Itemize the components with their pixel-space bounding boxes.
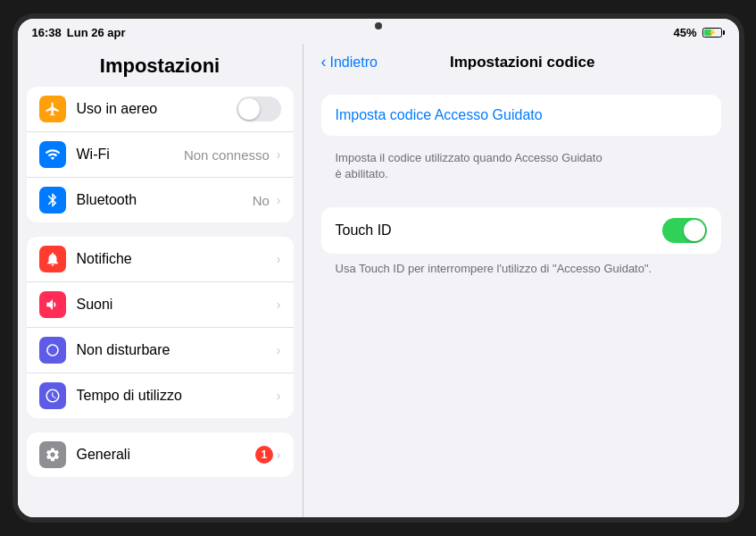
touch-id-row: Touch ID (321, 207, 721, 254)
back-label: Indietro (330, 54, 378, 71)
settings-item-tempo[interactable]: Tempo di utilizzo › (27, 373, 294, 418)
settings-panel: Impostazioni Uso in aereo (18, 44, 303, 517)
settings-group-connectivity: Uso in aereo Wi-Fi Non connesso › (27, 87, 294, 222)
notifiche-label: Notifiche (77, 251, 273, 267)
settings-item-bluetooth[interactable]: Bluetooth No › (27, 178, 294, 222)
main-action-description: Imposta il codice utilizzato quando Acce… (321, 143, 721, 193)
settings-group-system: Generali 1 › (27, 432, 294, 477)
bluetooth-icon (39, 187, 66, 214)
wifi-icon (39, 141, 66, 168)
bluetooth-label: Bluetooth (77, 192, 253, 208)
settings-item-nondisturbare[interactable]: Non disturbare › (27, 328, 294, 373)
back-button[interactable]: ‹ Indietro (321, 53, 378, 71)
generali-icon (39, 441, 66, 468)
notifiche-icon (39, 246, 66, 272)
detail-content: Imposta codice Accesso Guidato Imposta i… (303, 80, 739, 517)
suoni-label: Suoni (77, 297, 273, 313)
settings-item-generali[interactable]: Generali 1 › (27, 432, 294, 477)
ipad-screen: 16:38 Lun 26 apr 45% ⚡ Impostazioni (18, 19, 739, 517)
touch-id-card: Touch ID (321, 207, 721, 254)
generali-label: Generali (77, 447, 255, 463)
airplane-icon (39, 96, 66, 122)
wifi-value: Non connesso (184, 147, 270, 163)
suoni-icon (39, 291, 66, 318)
battery-percent: 45% (673, 26, 696, 39)
nondisturbare-icon (39, 337, 66, 364)
status-right: 45% ⚡ (673, 26, 724, 39)
toggle-knob (684, 220, 705, 241)
main-action-item[interactable]: Imposta codice Accesso Guidato (321, 95, 721, 136)
nondisturbare-label: Non disturbare (77, 342, 273, 358)
bluetooth-value: No (253, 193, 270, 208)
battery-icon: ⚡ (702, 28, 725, 38)
touch-id-description: Usa Touch ID per interrompere l'utilizzo… (321, 254, 721, 288)
main-action-desc-line1: Imposta il codice utilizzato quando Acce… (336, 151, 602, 164)
content-area: Impostazioni Uso in aereo (18, 44, 739, 517)
status-time: 16:38 (32, 26, 62, 39)
main-action-link: Imposta codice Accesso Guidato (336, 107, 543, 123)
suoni-chevron: › (277, 297, 281, 312)
main-action-desc-line2: è abilitato. (336, 167, 388, 180)
settings-item-suoni[interactable]: Suoni › (27, 282, 294, 328)
aereo-toggle[interactable] (237, 96, 281, 121)
settings-item-notifiche[interactable]: Notifiche › (27, 237, 294, 282)
touch-id-label: Touch ID (336, 222, 662, 239)
touch-id-section: Touch ID Usa Touch ID per interrompere l… (321, 207, 721, 288)
aereo-label: Uso in aereo (77, 101, 237, 117)
generali-badge: 1 (255, 446, 273, 464)
status-date: Lun 26 apr (67, 26, 126, 39)
tempo-label: Tempo di utilizzo (77, 388, 273, 404)
detail-panel: ‹ Indietro Impostazioni codice Imposta c… (303, 44, 739, 517)
settings-item-aereo[interactable]: Uso in aereo (27, 87, 294, 132)
wifi-label: Wi-Fi (77, 147, 184, 163)
generali-chevron: › (277, 448, 281, 462)
bluetooth-chevron: › (277, 193, 281, 207)
wifi-chevron: › (277, 147, 281, 162)
detail-header: ‹ Indietro Impostazioni codice (303, 44, 739, 80)
front-camera (375, 22, 382, 29)
notifiche-chevron: › (277, 252, 281, 266)
settings-item-wifi[interactable]: Wi-Fi Non connesso › (27, 132, 294, 178)
nondisturbare-chevron: › (277, 343, 281, 357)
tempo-icon (39, 382, 66, 409)
detail-page-title: Impostazioni codice (378, 54, 668, 71)
ipad-frame: 16:38 Lun 26 apr 45% ⚡ Impostazioni (12, 13, 744, 523)
tempo-chevron: › (277, 389, 281, 403)
back-chevron-icon: ‹ (321, 53, 327, 71)
settings-title: Impostazioni (18, 44, 303, 87)
main-action-card: Imposta codice Accesso Guidato (321, 95, 721, 136)
touch-id-toggle[interactable] (662, 218, 707, 243)
status-left: 16:38 Lun 26 apr (32, 26, 126, 39)
settings-group-notifications: Notifiche › Suoni › (27, 237, 294, 418)
